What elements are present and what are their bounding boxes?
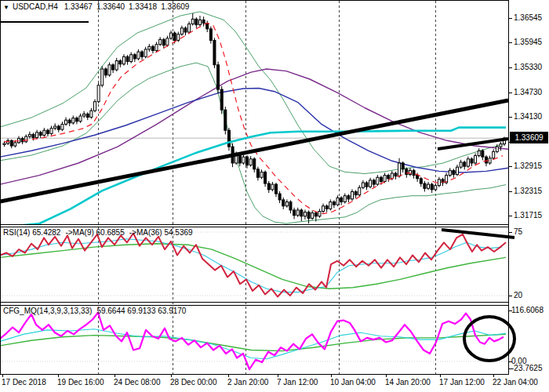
time-axis-label: 19 Dec 16:00	[57, 378, 104, 387]
time-axis-label: 14 Jan 20:00	[385, 378, 431, 387]
chart-header: ▼USDCAD,H41.334671.336401.334181.33609	[3, 2, 193, 11]
time-axis-label: 17 Jan 12:00	[439, 378, 485, 387]
quote-low: 1.33418	[129, 2, 157, 11]
quote-high: 1.33640	[96, 2, 125, 11]
rsi-ma36-value: ->MA(36) 54.5369	[129, 228, 193, 237]
symbol-dropdown-icon[interactable]: ▼	[3, 4, 9, 11]
cfg-name: CFG_MQ(14,3,9,3,13,33)	[3, 307, 92, 315]
rsi-ma9-value: ->MA(9) 60.6855	[65, 228, 124, 237]
price-axis-label: 1.31715	[514, 211, 542, 220]
price-axis-label: 1.36545	[514, 13, 542, 23]
time-axis-label: 24 Dec 08:00	[114, 378, 161, 387]
price-axis-label: 1.32915	[514, 162, 542, 171]
symbol-title: USDCAD,H4	[13, 2, 58, 11]
chart-canvas[interactable]	[0, 0, 549, 392]
price-axis-label: 1.35330	[514, 63, 542, 72]
price-axis-label: 1.34130	[514, 112, 542, 122]
rsi-name-value: RSI(14) 65.4282	[3, 228, 60, 237]
time-axis-label: 28 Dec 00:00	[170, 378, 217, 387]
quote-close: 1.33609	[161, 2, 189, 11]
rsi-level-label: 75	[514, 227, 522, 237]
price-axis-label: 1.32315	[514, 187, 542, 196]
time-axis-label: 17 Dec 2018	[2, 378, 46, 387]
current-price-box: 1.33609	[510, 132, 548, 143]
rsi-indicator-label: RSI(14) 65.4282->MA(9) 60.6855->MA(36) 5…	[3, 228, 198, 238]
time-axis-label: 22 Jan 04:00	[493, 378, 538, 387]
rsi-level-label: 20	[514, 291, 522, 300]
price-axis-label: 1.34730	[514, 88, 542, 97]
mt4-chart-window: ▼USDCAD,H41.334671.336401.334181.33609 1…	[0, 0, 549, 392]
cfg-values: 59.6644 69.9133 63.9170	[96, 307, 186, 315]
time-axis-label: 7 Jan 12:00	[277, 378, 318, 387]
price-axis-label: 1.35945	[514, 38, 542, 47]
cfg-level-label: -23.7625	[511, 364, 542, 373]
time-axis-label: 2 Jan 20:00	[227, 378, 268, 387]
cfg-level-label: 116.6068	[511, 306, 544, 315]
time-axis-label: 10 Jan 04:00	[330, 378, 376, 387]
cfg-indicator-label: CFG_MQ(14,3,9,3,13,33)59.6644 69.9133 63…	[3, 307, 191, 316]
quote-open: 1.33467	[64, 2, 93, 11]
